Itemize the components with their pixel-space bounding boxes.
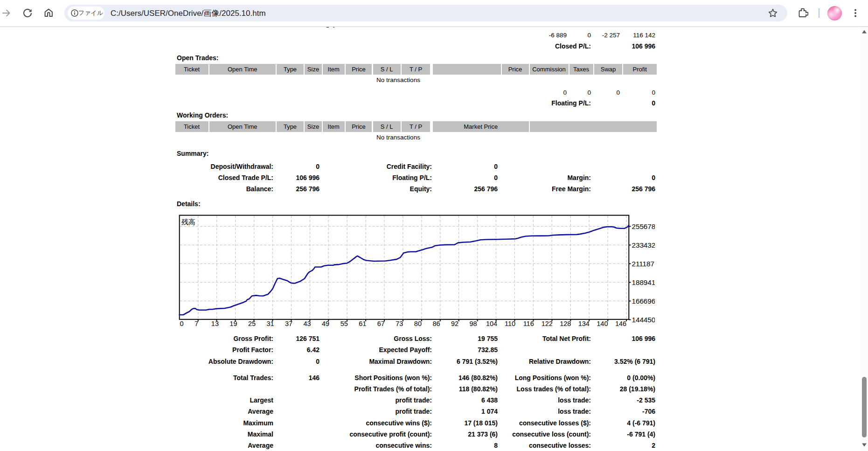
svg-text:166696: 166696 [632, 297, 655, 305]
svg-text:55: 55 [340, 320, 348, 327]
svg-text:140: 140 [597, 320, 608, 327]
svg-text:7: 7 [194, 320, 198, 327]
svg-text:67: 67 [377, 320, 385, 327]
svg-text:0: 0 [180, 320, 183, 327]
svg-text:86: 86 [432, 320, 440, 327]
svg-text:37: 37 [285, 320, 292, 327]
svg-text:25: 25 [248, 320, 256, 327]
svg-text:98: 98 [469, 320, 477, 327]
svg-text:104: 104 [486, 320, 497, 327]
svg-text:128: 128 [560, 320, 571, 327]
svg-text:13: 13 [211, 320, 219, 327]
svg-text:31: 31 [266, 320, 274, 327]
svg-text:144450: 144450 [632, 316, 655, 324]
svg-text:19: 19 [229, 320, 237, 327]
svg-text:122: 122 [542, 320, 553, 327]
svg-text:116: 116 [523, 320, 534, 327]
svg-text:110: 110 [505, 320, 515, 327]
svg-text:134: 134 [578, 320, 590, 327]
svg-text:73: 73 [396, 320, 403, 327]
svg-text:残高: 残高 [181, 218, 195, 226]
svg-text:80: 80 [414, 320, 422, 327]
svg-text:43: 43 [304, 320, 311, 327]
svg-text:255678: 255678 [632, 222, 655, 230]
svg-text:233432: 233432 [632, 241, 655, 249]
svg-text:61: 61 [359, 320, 366, 327]
svg-text:188941: 188941 [632, 278, 655, 286]
svg-text:92: 92 [451, 320, 458, 327]
svg-text:146: 146 [615, 320, 626, 327]
svg-text:49: 49 [322, 320, 329, 327]
svg-text:211187: 211187 [632, 260, 654, 268]
